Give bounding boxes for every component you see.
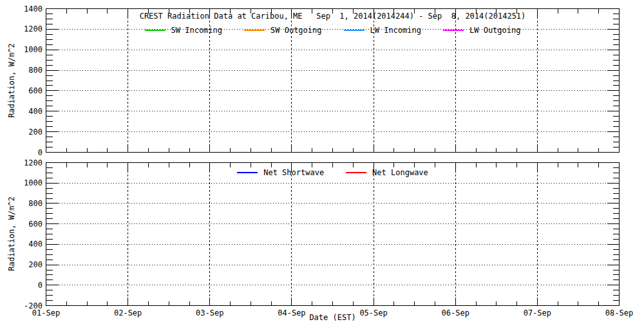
legend-item: SW Outgoing <box>244 26 321 35</box>
legend-line-swatch <box>346 172 366 173</box>
y-tick-label: 1200 <box>24 158 43 167</box>
legend-label: Net Shortwave <box>263 168 324 177</box>
y-tick-label: 1000 <box>24 45 43 54</box>
panel-bottom: -20002004006008001000120001-Sep02-Sep03-… <box>24 158 633 318</box>
y-tick-label: 0 <box>38 148 43 157</box>
y-tick-label: 1000 <box>24 178 43 187</box>
legend-item: SW Incoming <box>145 26 222 35</box>
legend-item: LW Outgoing <box>443 26 520 35</box>
top-legend: SW IncomingSW OutgoingLW IncomingLW Outg… <box>46 26 620 35</box>
legend-line-swatch <box>145 30 166 31</box>
legend-item: LW Incoming <box>344 26 421 35</box>
legend-label: Net Longwave <box>372 168 428 177</box>
legend-line-swatch <box>443 30 464 31</box>
top-y-axis-label: Radiation, W/m^2 <box>7 35 16 126</box>
legend-label: LW Incoming <box>370 26 421 35</box>
y-tick-label: 400 <box>28 240 43 249</box>
y-tick-label: 1200 <box>24 24 43 33</box>
legend-label: SW Incoming <box>171 26 222 35</box>
bottom-legend: Net ShortwaveNet Longwave <box>46 168 620 177</box>
radiation-figure: 0200400600800100012001400-20002004006008… <box>0 0 644 322</box>
legend-item: Net Shortwave <box>237 168 324 177</box>
legend-label: SW Outgoing <box>270 26 321 35</box>
bottom-y-axis-label: Radiation, W/m^2 <box>7 189 16 279</box>
y-tick-label: 800 <box>28 199 43 208</box>
y-tick-label: 800 <box>28 66 43 75</box>
y-tick-label: 1400 <box>24 5 43 14</box>
x-axis-label: Date (EST) <box>46 313 620 322</box>
y-tick-label: 600 <box>28 86 43 95</box>
y-tick-label: 600 <box>28 220 43 229</box>
legend-label: LW Outgoing <box>469 26 520 35</box>
axes-canvas: 0200400600800100012001400-20002004006008… <box>0 0 644 322</box>
y-tick-label: 400 <box>28 107 43 116</box>
plot-border <box>46 163 620 306</box>
legend-item: Net Longwave <box>346 168 428 177</box>
legend-line-swatch <box>344 30 365 31</box>
y-tick-label: 200 <box>28 260 43 269</box>
legend-line-swatch <box>237 172 258 173</box>
y-tick-label: 200 <box>28 128 43 137</box>
y-tick-label: 0 <box>38 281 43 290</box>
chart-title: CREST Radiation Data at Caribou, ME Sep … <box>46 12 620 21</box>
legend-line-swatch <box>244 30 265 31</box>
